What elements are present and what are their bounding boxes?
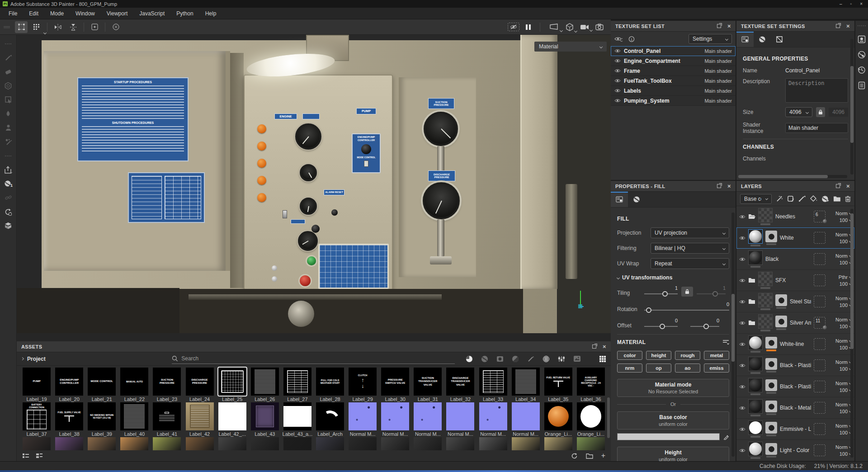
filter-procedurals-icon[interactable] xyxy=(512,355,519,363)
3d-viewport[interactable]: STARTUP PROCEDURES SHUTDOWN PROCEDURES xyxy=(17,35,611,333)
layer-visibility-toggle[interactable] xyxy=(739,363,745,368)
asset-partial[interactable] xyxy=(477,437,509,450)
material-picker-tool-icon[interactable] xyxy=(0,135,16,149)
layer-effects-box[interactable] xyxy=(814,402,826,414)
asset-partial[interactable] xyxy=(85,437,118,450)
channel-filter-dropdown[interactable]: Base co xyxy=(740,194,772,204)
asset-label-34[interactable]: Label_34 xyxy=(509,368,542,402)
toolbar-drag-handle[interactable] xyxy=(4,26,10,28)
asset-thumbnail[interactable]: FUEL RETURN VALVE xyxy=(544,368,572,396)
project-tree-item[interactable]: Project xyxy=(21,356,172,362)
projection-tool-icon[interactable] xyxy=(0,79,16,93)
asset-label-40[interactable]: Label_40 xyxy=(118,402,151,437)
smart-material-create-icon[interactable]: 1 xyxy=(0,177,16,191)
smudge-tool-icon[interactable] xyxy=(0,107,16,121)
filter-alphas-icon[interactable] xyxy=(496,355,504,363)
menu-window[interactable]: Window xyxy=(70,9,101,19)
layer-effects-box[interactable]: 11 xyxy=(814,317,826,329)
asset-label-26[interactable]: Label_26 xyxy=(249,368,281,402)
texture-set-row-labels[interactable]: LabelsMain shader xyxy=(611,86,736,96)
asset-normal-m-[interactable]: Normal M... xyxy=(379,402,411,437)
minimize-button[interactable]: – xyxy=(840,1,842,6)
layer-visibility-toggle[interactable] xyxy=(739,342,745,346)
add-fill-layer-icon[interactable] xyxy=(810,195,818,202)
asset-label-36[interactable]: AUXILIARY CHARGING RECEPTACLE - 24 VDC -… xyxy=(575,368,607,402)
layer-thumbnail[interactable] xyxy=(748,399,763,414)
asset-normal-m-[interactable]: Normal M... xyxy=(477,402,509,437)
asset-label-25[interactable]: Label_25 xyxy=(216,368,249,402)
texture-set-row-control_panel[interactable]: Control_PanelMain shader xyxy=(611,46,736,56)
asset-label-41[interactable]: Label_41 xyxy=(151,402,183,437)
asset-thumbnail[interactable] xyxy=(577,402,605,430)
asset-thumbnail[interactable] xyxy=(153,402,181,430)
search-input[interactable] xyxy=(181,355,455,362)
layer-opacity[interactable]: 100 xyxy=(840,324,852,329)
layer-blend-mode[interactable]: Norm xyxy=(835,317,852,322)
layer-visibility-toggle[interactable] xyxy=(739,385,745,389)
asset-label-30[interactable]: PRESSURE SWITCH VALVELabel_30 xyxy=(379,368,411,402)
layer-blend-mode[interactable]: Norm xyxy=(835,211,852,216)
layer-opacity[interactable]: 100 xyxy=(840,409,852,414)
close-button[interactable]: × xyxy=(860,1,863,6)
asset-thumbnail[interactable] xyxy=(512,368,540,396)
filter-smart-materials-icon[interactable] xyxy=(481,355,488,363)
layer-effects-box[interactable] xyxy=(814,359,826,371)
texture-set-shader[interactable]: Main shader xyxy=(704,48,732,54)
layer-fill-icon[interactable] xyxy=(765,401,777,412)
layer-opacity[interactable]: 100 xyxy=(840,451,852,457)
properties-scrollbar[interactable] xyxy=(731,212,735,457)
asset-partial[interactable] xyxy=(118,437,151,450)
layer-name[interactable]: Black - Plastic D... xyxy=(780,362,811,368)
eye-visibility-icon[interactable] xyxy=(614,79,621,83)
asset-thumbnail[interactable] xyxy=(120,402,148,430)
asset-thumbnail[interactable] xyxy=(414,402,442,430)
layer-thumbnail[interactable] xyxy=(758,314,773,329)
viewport-material-dropdown[interactable]: Material xyxy=(534,42,607,52)
refresh-assets-icon[interactable] xyxy=(571,453,578,459)
list-view-icon[interactable] xyxy=(22,453,29,459)
symmetry-x-button[interactable] xyxy=(52,21,64,33)
eye-visibility-icon[interactable] xyxy=(739,257,745,261)
layer-fill-icon[interactable] xyxy=(765,337,777,349)
layer-thumbnail[interactable] xyxy=(748,378,763,392)
asset-thumbnail[interactable] xyxy=(186,402,214,430)
asset-thumbnail[interactable]: AUXILIARY CHARGING RECEPTACLE - 24 VDC - xyxy=(577,368,605,396)
layer-effects-box[interactable] xyxy=(814,338,826,350)
layer-fill-icon[interactable] xyxy=(765,231,777,242)
layer-effects-box[interactable] xyxy=(814,253,826,265)
layer-thumbnail[interactable] xyxy=(758,208,773,222)
asset-thumbnail[interactable] xyxy=(446,402,474,430)
layer-name[interactable]: Black - Plastic xyxy=(780,383,811,390)
asset-partial[interactable] xyxy=(216,437,249,450)
uv-transformations-header[interactable]: UV transformations xyxy=(617,274,729,281)
asset-normal-m-[interactable]: Normal M... xyxy=(411,402,444,437)
layer-opacity[interactable]: 100 xyxy=(840,260,852,265)
asset-thumbnail[interactable] xyxy=(251,402,279,430)
layer-name[interactable]: Needles xyxy=(775,213,811,220)
uv-wrap-dropdown[interactable]: Repeat xyxy=(651,258,729,269)
menu-file[interactable]: File xyxy=(3,9,23,19)
eye-visibility-icon[interactable] xyxy=(739,300,745,304)
filter-materials-icon[interactable] xyxy=(466,355,473,363)
asset-thumbnail[interactable]: CLUTCH↑↓ xyxy=(349,368,377,396)
asset-label-31[interactable]: SUCTION TRANSDUCER VALVELabel_31 xyxy=(411,368,444,402)
size-dropdown[interactable]: 4096 xyxy=(785,107,812,117)
asset-label-43-a-[interactable]: Label_43_a... xyxy=(281,402,314,437)
channel-toggle-metal[interactable]: metal xyxy=(704,351,729,360)
layer-row-white[interactable]: WhiteNorm100 xyxy=(736,227,854,249)
frame-view-button[interactable] xyxy=(88,21,101,33)
assets-scrollbar[interactable] xyxy=(607,397,610,438)
eye-visibility-icon[interactable] xyxy=(739,406,745,410)
layer-blend-mode[interactable]: Norm xyxy=(835,338,852,344)
asset-thumbnail[interactable]: DISCHARGE PRESSURE xyxy=(186,368,214,396)
symmetry-y-button[interactable] xyxy=(67,21,80,33)
asset-thumbnail[interactable] xyxy=(479,368,507,396)
asset-thumbnail[interactable] xyxy=(218,368,246,396)
asset-label-32[interactable]: DISCHARGE TRANSDUCER VALVELabel_32 xyxy=(444,368,476,402)
name-value[interactable]: Control_Panel xyxy=(785,67,820,74)
layer-visibility-toggle[interactable] xyxy=(739,236,745,240)
channel-toggle-nrm[interactable]: nrm xyxy=(617,363,642,373)
layer-blend-mode[interactable]: Norm xyxy=(835,253,852,259)
float-panel-icon[interactable] xyxy=(717,24,721,28)
layer-effects-box[interactable] xyxy=(814,444,826,456)
